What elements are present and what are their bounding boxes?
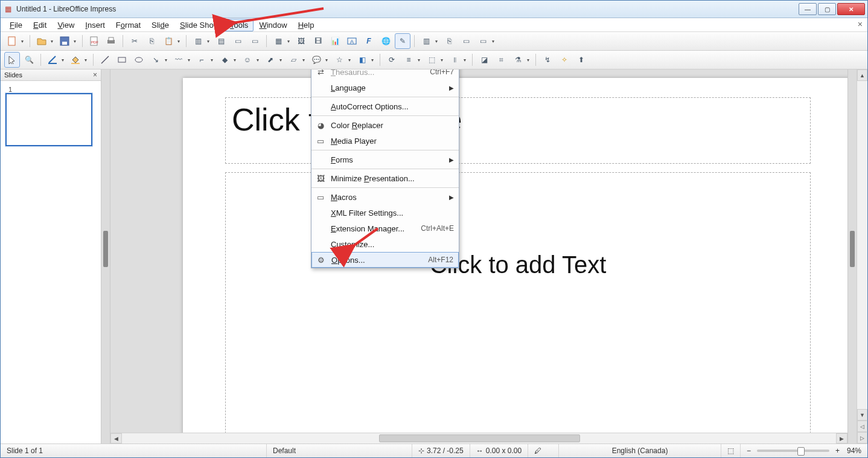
horizontal-scrollbar[interactable]: ◀ ▶ — [110, 433, 847, 443]
show-draw-functions-icon[interactable]: ✎ — [395, 33, 410, 49]
align-icon[interactable]: ≡ — [401, 52, 416, 68]
block-arrows-icon[interactable]: ⬈ — [263, 52, 278, 68]
menu-insert[interactable]: Insert — [80, 19, 110, 31]
vscroll-down-icon[interactable]: ▼ — [857, 409, 867, 421]
start-from-current-icon[interactable]: ▭ — [247, 33, 263, 49]
close-button[interactable]: ✕ — [837, 3, 865, 15]
extrusion-icon[interactable]: ⬆ — [573, 52, 589, 68]
menu-macros[interactable]: ▭Macros▶ — [311, 189, 459, 205]
menu-extension-manager[interactable]: Extension Manager...Ctrl+Alt+E — [311, 221, 459, 236]
menu-slideshow[interactable]: Slide Show — [174, 19, 225, 31]
fontwork-icon[interactable]: F — [361, 33, 377, 49]
zoom-level[interactable]: 94% — [847, 447, 861, 455]
vscroll-next-icon[interactable]: ▷ — [857, 432, 867, 443]
minimize-button[interactable]: — — [799, 3, 817, 15]
fill-color-icon[interactable] — [68, 52, 83, 68]
callouts-icon[interactable]: 💬 — [308, 52, 324, 68]
new-doc-icon[interactable] — [4, 33, 20, 49]
copy-icon[interactable]: ⎘ — [144, 33, 159, 49]
gluepoints-icon[interactable]: ✧ — [557, 52, 572, 68]
line-color-icon[interactable] — [45, 52, 60, 68]
arrange-icon[interactable]: ⬚ — [424, 52, 439, 68]
print-icon[interactable] — [103, 33, 119, 49]
menu-edit[interactable]: Edit — [28, 19, 52, 31]
open-icon[interactable] — [34, 33, 49, 49]
lines-arrows-icon[interactable]: ↘ — [148, 52, 164, 68]
menu-minimize-presentation[interactable]: 🖼Minimize Presentation... — [311, 170, 459, 186]
hscroll-right-icon[interactable]: ▶ — [836, 433, 847, 443]
export-pdf-icon[interactable]: PDF — [86, 33, 102, 49]
slide-layout-icon[interactable]: ▭ — [475, 33, 491, 49]
display-views-icon[interactable]: ▥ — [190, 33, 206, 49]
left-gutter[interactable] — [101, 69, 110, 443]
flowchart-icon[interactable]: ▱ — [286, 52, 301, 68]
distribute-icon[interactable]: ⫴ — [447, 52, 462, 68]
signature-icon[interactable]: 🖊 — [534, 447, 541, 455]
fit-page-icon[interactable]: ⬚ — [727, 447, 734, 455]
zoom-in-icon[interactable]: + — [835, 447, 840, 455]
menu-media-player[interactable]: ▭Media Player — [311, 133, 459, 149]
menu-view[interactable]: View — [52, 19, 80, 31]
menu-customize[interactable]: Customize... — [311, 236, 459, 252]
points-icon[interactable]: ↯ — [540, 52, 555, 68]
slide-thumb-1[interactable]: 1 — [5, 93, 92, 146]
menu-window[interactable]: Window — [254, 19, 292, 31]
document-close-icon[interactable]: × — [858, 19, 863, 29]
rotate-icon[interactable]: ⟳ — [384, 52, 400, 68]
menu-xml-filter[interactable]: XML Filter Settings... — [311, 205, 459, 221]
vertical-scrollbar[interactable]: ▲ ▼ ◁ ▷ — [857, 69, 867, 443]
curves-polygons-icon[interactable]: 〰 — [171, 52, 187, 68]
cut-icon[interactable]: ✂ — [127, 33, 142, 49]
duplicate-slide-icon[interactable]: ⎘ — [441, 33, 457, 49]
new-slide-icon[interactable]: ▥ — [418, 33, 434, 49]
start-from-first-icon[interactable]: ▭ — [230, 33, 246, 49]
status-style[interactable]: Default — [273, 447, 296, 455]
editing-canvas[interactable]: Click to add Title Click to add Text AbS… — [110, 69, 847, 433]
zoom-out-icon[interactable]: − — [747, 447, 751, 455]
master-slide-icon[interactable]: ▤ — [213, 33, 229, 49]
select-tool-icon[interactable] — [4, 52, 20, 68]
slides-panel-header: Slides × — [1, 69, 101, 81]
menu-tools[interactable]: Tools — [225, 19, 254, 31]
status-slide: Slide 1 of 1 — [7, 447, 43, 455]
rect-tool-icon[interactable] — [114, 52, 130, 68]
delete-slide-icon[interactable]: ▭ — [458, 33, 474, 49]
zoom-tool-icon[interactable]: 🔍 — [21, 52, 37, 68]
chart-icon[interactable]: 📊 — [327, 33, 343, 49]
3d-objects-icon[interactable]: ◧ — [354, 52, 370, 68]
menu-format[interactable]: Format — [110, 19, 146, 31]
stars-icon[interactable]: ☆ — [331, 52, 347, 68]
drawing-toolbar: 🔍 ▾ ▾ ↘▾ 〰▾ ⌐▾ ◆▾ ☺▾ ⬈▾ ▱▾ 💬▾ ☆▾ ◧▾ ⟳ ≡▾… — [1, 51, 867, 69]
line-tool-icon[interactable] — [97, 52, 113, 68]
menu-file[interactable]: File — [4, 19, 28, 31]
menu-autocorrect[interactable]: AutoCorrect Options... — [311, 98, 459, 114]
vscroll-prev-icon[interactable]: ◁ — [857, 421, 867, 432]
status-language[interactable]: English (Canada) — [612, 447, 668, 455]
av-icon[interactable]: 🎞 — [310, 33, 326, 49]
menu-slide[interactable]: Slide — [146, 19, 174, 31]
menu-language[interactable]: Language▶ — [311, 80, 459, 95]
filter-icon[interactable]: ⚗ — [510, 52, 526, 68]
hyperlink-icon[interactable]: 🌐 — [378, 33, 394, 49]
table-icon[interactable]: ▦ — [270, 33, 286, 49]
paste-icon[interactable]: 📋 — [161, 33, 176, 49]
menu-help[interactable]: Help — [293, 19, 320, 31]
ellipse-tool-icon[interactable] — [131, 52, 147, 68]
zoom-slider[interactable] — [757, 450, 829, 452]
connectors-icon[interactable]: ⌐ — [194, 52, 209, 68]
basic-shapes-icon[interactable]: ◆ — [217, 52, 232, 68]
menu-options[interactable]: ⚙Options...Alt+F12 — [311, 252, 459, 268]
crop-icon[interactable]: ⌗ — [493, 52, 509, 68]
hscroll-left-icon[interactable]: ◀ — [110, 433, 122, 443]
menu-color-replacer[interactable]: ◕Color Replacer — [311, 117, 459, 133]
save-icon[interactable] — [57, 33, 72, 49]
maximize-button[interactable]: ▢ — [818, 3, 836, 15]
textbox-icon[interactable]: A — [344, 33, 360, 49]
menu-forms[interactable]: Forms▶ — [311, 152, 459, 167]
vscroll-up-icon[interactable]: ▲ — [857, 69, 867, 81]
right-gutter[interactable] — [847, 69, 857, 443]
symbol-shapes-icon[interactable]: ☺ — [240, 52, 255, 68]
slides-panel-close-icon[interactable]: × — [93, 71, 97, 79]
shadow-icon[interactable]: ◪ — [476, 52, 492, 68]
image-icon[interactable]: 🖼 — [293, 33, 309, 49]
